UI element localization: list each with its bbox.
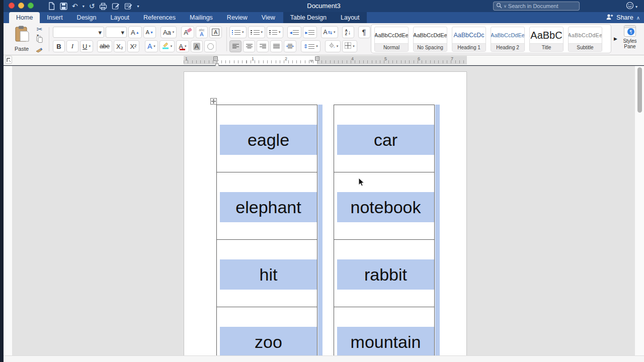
numbered-list-button[interactable]: ▾ bbox=[248, 26, 266, 38]
highlighted-word[interactable]: elephant bbox=[220, 192, 317, 222]
redo-icon[interactable]: ↺ bbox=[89, 2, 95, 11]
multilevel-lines-icon bbox=[272, 30, 277, 35]
shading-button[interactable]: ▾ bbox=[325, 40, 341, 52]
share-button[interactable]: Share bbox=[616, 14, 633, 21]
styles-pane-button[interactable]: ¶ Styles Pane bbox=[618, 25, 641, 49]
bold-button[interactable]: B bbox=[53, 40, 65, 52]
enclose-characters-button[interactable] bbox=[204, 40, 216, 52]
search-input[interactable]: ∨ Search in Document bbox=[493, 2, 580, 11]
multilevel-list-button[interactable]: ▾ bbox=[267, 26, 283, 38]
show-paragraph-marks-button[interactable]: ¶ bbox=[358, 26, 370, 38]
tab-stop-selector[interactable] bbox=[5, 56, 12, 64]
edit-list-icon[interactable] bbox=[124, 3, 132, 10]
tab-home[interactable]: Home bbox=[9, 12, 40, 23]
text-effects-button[interactable]: A▾ bbox=[145, 40, 158, 52]
cut-icon[interactable]: ✂ bbox=[37, 25, 43, 33]
undo-menu-caret-icon[interactable]: ▾ bbox=[83, 4, 85, 9]
save-icon[interactable] bbox=[60, 3, 67, 10]
sort-button[interactable]: AZ↓ bbox=[342, 26, 354, 38]
horizontal-ruler[interactable]: 1 1 2 4 5 6 7 bbox=[4, 55, 644, 65]
highlighted-word[interactable]: car bbox=[337, 125, 434, 155]
bullet-list-button[interactable]: ▾ bbox=[229, 26, 247, 38]
increase-indent-button[interactable]: ▸ bbox=[303, 26, 317, 38]
tab-review[interactable]: Review bbox=[220, 12, 255, 23]
superscript-button[interactable]: X² bbox=[127, 40, 139, 52]
tab-mailings[interactable]: Mailings bbox=[183, 12, 220, 23]
decrease-indent-button[interactable]: ◂ bbox=[287, 26, 301, 38]
highlighted-word[interactable]: mountain bbox=[337, 327, 434, 355]
font-name-select[interactable]: ▾ bbox=[53, 27, 104, 38]
borders-button[interactable]: ▾ bbox=[342, 40, 357, 52]
style-subtitle[interactable]: AaBbCcDdEe Subtitle bbox=[568, 27, 602, 52]
align-left-button[interactable] bbox=[229, 40, 242, 52]
highlighted-word[interactable]: hit bbox=[220, 259, 317, 290]
table-column-marker[interactable] bbox=[315, 56, 319, 61]
tab-references[interactable]: References bbox=[136, 12, 183, 23]
highlighted-word[interactable]: rabbit bbox=[337, 259, 434, 290]
tab-layout[interactable]: Layout bbox=[104, 12, 137, 23]
collapse-ribbon-icon[interactable]: ∧ bbox=[636, 15, 640, 21]
font-size-select[interactable]: ▾ bbox=[106, 27, 127, 38]
justify-button[interactable] bbox=[270, 40, 282, 52]
tab-view[interactable]: View bbox=[255, 12, 282, 23]
copy-icon[interactable] bbox=[36, 36, 43, 44]
highlighted-word[interactable]: zoo bbox=[220, 327, 317, 355]
styles-gallery-expand-icon[interactable]: ▶ bbox=[614, 36, 617, 41]
highlighted-word[interactable]: notebook bbox=[337, 192, 434, 222]
indent-arrow-icon: ▸ bbox=[305, 30, 308, 35]
print-icon[interactable] bbox=[99, 3, 107, 10]
first-line-indent-marker[interactable] bbox=[215, 60, 219, 63]
table-cell[interactable]: hit bbox=[217, 240, 317, 307]
document-area[interactable]: eagle elephant hit zoo car notebook rabb… bbox=[4, 66, 644, 355]
table-cell[interactable]: eagle bbox=[217, 105, 317, 172]
undo-icon[interactable]: ↶ bbox=[72, 2, 78, 11]
distribute-text-button[interactable] bbox=[284, 40, 296, 52]
right-indent-marker[interactable] bbox=[309, 60, 313, 63]
text-direction-button[interactable]: A⇆▾ bbox=[321, 26, 338, 38]
shrink-font-button[interactable]: A▼ bbox=[143, 26, 156, 38]
paste-button[interactable]: ▾ Paste bbox=[8, 25, 36, 52]
table-cell[interactable]: notebook bbox=[334, 172, 434, 240]
vertical-scrollbar-thumb[interactable] bbox=[637, 67, 642, 113]
font-color-button[interactable]: A▾ bbox=[176, 40, 189, 52]
tab-table-layout[interactable]: Layout bbox=[334, 12, 367, 23]
highlighted-word[interactable]: eagle bbox=[220, 125, 317, 155]
table-move-handle[interactable] bbox=[210, 98, 217, 105]
format-painter-icon[interactable] bbox=[36, 47, 43, 55]
table-cell[interactable]: rabbit bbox=[334, 240, 434, 307]
edit-document-icon[interactable] bbox=[112, 3, 120, 10]
character-shading-button[interactable]: A bbox=[191, 40, 203, 52]
style-normal[interactable]: AaBbCcDdEe Normal bbox=[374, 27, 409, 52]
style-heading-2[interactable]: AaBbCcDdEe Heading 2 bbox=[491, 27, 525, 52]
italic-button[interactable]: I bbox=[66, 40, 78, 52]
table-cell[interactable]: car bbox=[334, 105, 434, 172]
vertical-scrollbar[interactable] bbox=[634, 66, 644, 355]
qat-overflow-caret-icon[interactable]: ▾ bbox=[137, 4, 139, 9]
underline-button[interactable]: U▾ bbox=[80, 40, 93, 52]
table-cell[interactable]: zoo bbox=[217, 307, 317, 355]
table-cell[interactable]: mountain bbox=[334, 307, 434, 355]
tab-insert[interactable]: Insert bbox=[40, 12, 69, 23]
change-case-button[interactable]: Aa▾ bbox=[160, 26, 177, 38]
new-document-icon[interactable] bbox=[48, 2, 55, 10]
character-border-button[interactable]: A bbox=[209, 26, 222, 38]
strikethrough-button[interactable]: abe bbox=[97, 40, 112, 52]
table-cell[interactable]: elephant bbox=[217, 172, 317, 240]
style-title-sample: AaBbC bbox=[530, 27, 563, 43]
clear-formatting-button[interactable]: A bbox=[181, 26, 194, 38]
bullet-caret-icon: ▾ bbox=[242, 30, 244, 34]
feedback-control[interactable]: ▾ bbox=[626, 2, 637, 12]
highlight-button[interactable]: ▾ bbox=[159, 40, 175, 52]
style-no-spacing[interactable]: AaBbCcDdEe No Spacing bbox=[413, 27, 447, 52]
style-title[interactable]: AaBbC Title bbox=[529, 27, 564, 52]
align-center-button[interactable] bbox=[243, 40, 255, 52]
style-heading-1[interactable]: AaBbCcDc Heading 1 bbox=[452, 27, 486, 52]
line-spacing-button[interactable]: ⇕▾ bbox=[301, 40, 320, 52]
align-right-button[interactable] bbox=[257, 40, 269, 52]
grow-font-button[interactable]: A▲ bbox=[128, 26, 142, 38]
phonetic-guide-button[interactable]: abcA bbox=[196, 26, 208, 38]
tab-design[interactable]: Design bbox=[70, 12, 104, 23]
tab-table-design[interactable]: Table Design bbox=[283, 12, 334, 23]
subscript-button[interactable]: X₂ bbox=[114, 40, 126, 52]
search-scope-caret-icon[interactable]: ∨ bbox=[504, 4, 507, 9]
